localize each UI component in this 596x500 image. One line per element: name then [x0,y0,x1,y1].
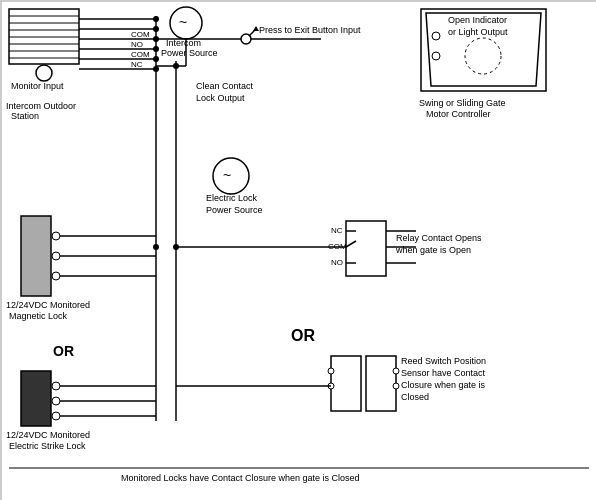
svg-point-87 [393,368,399,374]
svg-text:Station: Station [11,111,39,121]
svg-point-102 [173,63,179,69]
svg-text:Relay Contact Opens: Relay Contact Opens [396,233,482,243]
svg-point-96 [153,16,159,22]
svg-text:Magnetic Lock: Magnetic Lock [9,311,68,321]
svg-text:Monitor Input: Monitor Input [11,81,64,91]
svg-point-88 [393,383,399,389]
svg-rect-60 [21,371,51,426]
svg-point-44 [432,32,440,40]
svg-point-104 [173,244,179,250]
svg-text:Open Indicator: Open Indicator [448,15,507,25]
svg-text:Electric Lock: Electric Lock [206,193,258,203]
svg-text:Sensor have Contact: Sensor have Contact [401,368,486,378]
svg-text:Swing or Sliding Gate: Swing or Sliding Gate [419,98,506,108]
svg-text:or Light Output: or Light Output [448,27,508,37]
svg-point-98 [153,36,159,42]
svg-text:NO: NO [131,40,143,49]
svg-text:Monitored Locks have Contact C: Monitored Locks have Contact Closure whe… [121,473,360,483]
svg-point-85 [328,368,334,374]
svg-point-100 [153,56,159,62]
svg-text:~: ~ [179,14,187,30]
svg-text:Lock Output: Lock Output [196,93,245,103]
svg-text:~: ~ [223,167,231,183]
svg-rect-69 [346,221,386,276]
svg-text:12/24VDC Monitored: 12/24VDC Monitored [6,430,90,440]
svg-text:OR: OR [291,327,315,344]
svg-point-51 [52,232,60,240]
svg-text:Closure when gate is: Closure when gate is [401,380,486,390]
svg-text:OR: OR [53,343,74,359]
svg-point-101 [153,66,159,72]
svg-rect-50 [21,216,51,296]
svg-text:COM: COM [131,30,150,39]
svg-point-63 [52,412,60,420]
svg-point-9 [36,65,52,81]
svg-point-99 [153,46,159,52]
svg-text:NC: NC [331,226,343,235]
svg-text:Clean Contact: Clean Contact [196,81,254,91]
svg-rect-83 [331,356,361,411]
svg-point-103 [153,244,159,250]
svg-text:NC: NC [131,60,143,69]
svg-text:Power Source: Power Source [206,205,263,215]
svg-text:when gate is Open: when gate is Open [395,245,471,255]
svg-text:Electric Strike Lock: Electric Strike Lock [9,441,86,451]
svg-text:Power Source: Power Source [161,48,218,58]
svg-text:Press to Exit Button Input: Press to Exit Button Input [259,25,361,35]
svg-text:Intercom Outdoor: Intercom Outdoor [6,101,76,111]
svg-point-52 [52,252,60,260]
svg-text:COM: COM [131,50,150,59]
svg-point-97 [153,26,159,32]
svg-point-61 [52,382,60,390]
svg-text:Reed Switch Position: Reed Switch Position [401,356,486,366]
wiring-diagram: Monitor Input COM NO COM NC ~ Intercom P… [0,0,596,500]
svg-point-43 [465,38,501,74]
svg-point-62 [52,397,60,405]
svg-text:Closed: Closed [401,392,429,402]
svg-text:Motor Controller: Motor Controller [426,109,491,119]
svg-text:NO: NO [331,258,343,267]
svg-point-45 [432,52,440,60]
svg-point-53 [52,272,60,280]
svg-rect-84 [366,356,396,411]
svg-text:12/24VDC Monitored: 12/24VDC Monitored [6,300,90,310]
